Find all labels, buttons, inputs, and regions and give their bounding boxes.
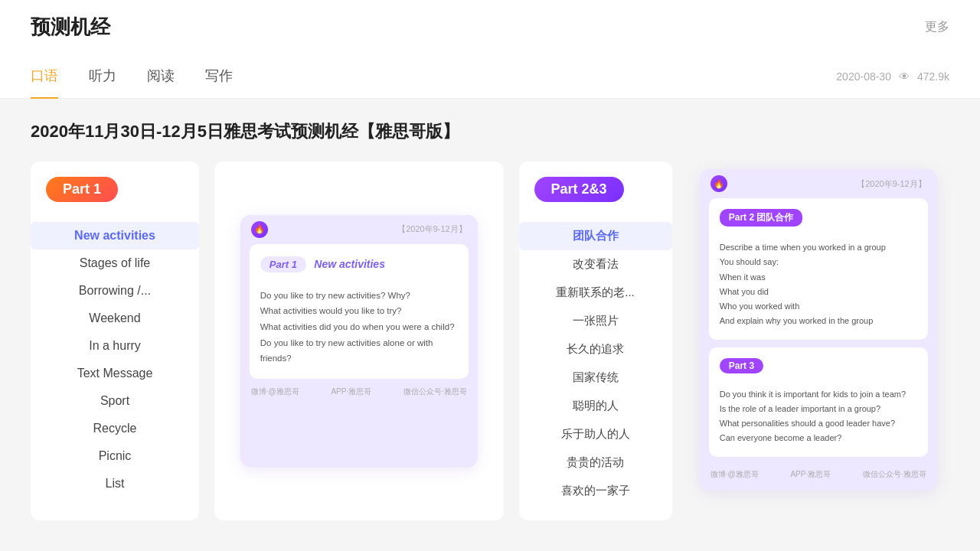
page-title: 2020年11月30日-12月5日雅思考试预测机经【雅思哥版】	[31, 120, 949, 143]
flashcard-q3: Do you like to try new activities alone …	[260, 335, 458, 367]
flashcard-q0: Do you like to try new activities? Why?	[260, 288, 458, 304]
tab-bar: 口语 听力 阅读 写作 2020-08-30 👁 472.9k	[0, 54, 980, 99]
part23-menu-item-3[interactable]: 一张照片	[519, 307, 672, 335]
flashcard-date: 【2020年9-12月】	[397, 223, 467, 235]
part1-flashcard: 🔥 【2020年9-12月】 Part 1 New activities Do …	[240, 215, 478, 468]
part1-menu-item-5[interactable]: Text Message	[31, 360, 199, 387]
flashcard-part-label: Part 1	[260, 256, 306, 272]
part1-badge: Part 1	[46, 177, 118, 202]
part3-inner-badge: Part 3	[720, 358, 763, 373]
part23-section: Part 2&3 团队合作 改变看法 重新联系的老... 一张照片 长久的追求 …	[519, 161, 950, 520]
app-header: 预测机经 更多	[0, 0, 980, 54]
part1-menu-item-3[interactable]: Weekend	[31, 305, 199, 332]
part2-q0: Describe a time when you worked in a gro…	[720, 240, 917, 255]
tab-speaking[interactable]: 口语	[31, 54, 58, 99]
part23-menu-item-0[interactable]: 团队合作	[519, 222, 672, 250]
part3-q2: What personalities should a good leader …	[720, 416, 917, 431]
part23-menu: 团队合作 改变看法 重新联系的老... 一张照片 长久的追求 国家传统 聪明的人…	[519, 222, 672, 505]
part3-questions: Do you think it is important for kids to…	[720, 387, 917, 446]
part1-card-header: Part 1	[31, 161, 199, 222]
part2-inner-badge: Part 2 团队合作	[720, 209, 803, 227]
flashcard-q1: What activities would you like to try?	[260, 303, 458, 319]
footer-app: APP·雅思哥	[331, 386, 371, 397]
part2-questions: Describe a time when you worked in a gro…	[720, 240, 917, 329]
part1-menu-item-8[interactable]: Picnic	[31, 442, 199, 470]
part23-menu-item-1[interactable]: 改变看法	[519, 250, 672, 279]
flashcard-q2: What activities did you do when you were…	[260, 319, 458, 335]
part1-menu-item-2[interactable]: Borrowing /...	[31, 277, 199, 305]
part23-flashcard-footer: 微博·@雅思哥 APP·雅思哥 微信公众号·雅思哥	[700, 465, 937, 487]
part23-menu-item-7[interactable]: 乐于助人的人	[519, 420, 672, 448]
part23-card-header: Part 2&3	[519, 161, 672, 222]
part23-menu-item-5[interactable]: 国家传统	[519, 364, 672, 392]
part23-footer-wechat: 微信公众号·雅思哥	[863, 469, 926, 480]
flashcard-questions: Do you like to try new activities? Why? …	[260, 288, 458, 367]
flashcard-topic: New activities	[314, 258, 385, 270]
app-title: 预测机经	[31, 14, 110, 41]
more-button[interactable]: 更多	[925, 19, 949, 35]
tab-bar-left: 口语 听力 阅读 写作	[31, 54, 233, 98]
part1-menu-item-4[interactable]: In a hurry	[31, 332, 199, 360]
part23-flashcard: 🔥 【2020年9-12月】 Part 2 团队合作 Describe a ti…	[700, 169, 937, 491]
flashcard-footer: 微博·@雅思哥 APP·雅思哥 微信公众号·雅思哥	[240, 379, 478, 403]
part1-menu-card: Part 1 New activities Stages of life Bor…	[31, 161, 199, 520]
cards-row: Part 1 New activities Stages of life Bor…	[31, 161, 949, 520]
part1-menu-item-1[interactable]: Stages of life	[31, 249, 199, 277]
part3-q0: Do you think it is important for kids to…	[720, 387, 917, 402]
part3-q1: Is the role of a leader important in a g…	[720, 402, 917, 416]
part1-menu-item-6[interactable]: Sport	[31, 387, 199, 415]
part23-menu-item-9[interactable]: 喜欢的一家子	[519, 477, 672, 505]
part1-menu-item-0[interactable]: New activities	[31, 222, 199, 249]
part23-footer-app: APP·雅思哥	[790, 469, 831, 480]
part23-menu-item-6[interactable]: 聪明的人	[519, 392, 672, 420]
part23-menu-card: Part 2&3 团队合作 改变看法 重新联系的老... 一张照片 长久的追求 …	[519, 161, 672, 520]
part23-footer-weibo: 微博·@雅思哥	[710, 469, 759, 480]
part23-part3-inner: Part 3 Do you think it is important for …	[709, 347, 928, 457]
part23-menu-item-8[interactable]: 贵贵的活动	[519, 448, 672, 477]
part23-flashcard-date: 【2020年9-12月】	[857, 178, 926, 190]
part2-q3: What you did	[720, 285, 917, 299]
part23-badge: Part 2&3	[534, 177, 624, 202]
part2-q1: You should say:	[720, 255, 917, 269]
tab-date: 2020-08-30	[836, 70, 891, 83]
part23-menu-item-2[interactable]: 重新联系的老...	[519, 279, 672, 307]
part2-q5: And explain why you worked in the group	[720, 314, 917, 328]
footer-weibo: 微博·@雅思哥	[251, 386, 299, 397]
page-content: 2020年11月30日-12月5日雅思考试预测机经【雅思哥版】 Part 1 N…	[0, 99, 980, 542]
tab-views: 472.9k	[917, 70, 949, 83]
flashcard-top-bar: 🔥 【2020年9-12月】	[240, 215, 478, 244]
part1-menu: New activities Stages of life Borrowing …	[31, 222, 199, 497]
part23-menu-item-4[interactable]: 长久的追求	[519, 335, 672, 364]
part2-q2: When it was	[720, 270, 917, 285]
part1-menu-item-9[interactable]: List	[31, 470, 199, 497]
part1-card-preview: 🔥 【2020年9-12月】 Part 1 New activities Do …	[214, 161, 504, 520]
part3-q3: Can everyone become a leader?	[720, 431, 917, 445]
part23-part2-inner: Part 2 团队合作 Describe a time when you wor…	[709, 198, 928, 340]
flame-icon: 🔥	[251, 221, 268, 238]
part2-q4: Who you worked with	[720, 299, 917, 314]
eye-icon: 👁	[899, 70, 910, 83]
part23-flashcard-topbar: 🔥 【2020年9-12月】	[700, 169, 937, 198]
tab-reading[interactable]: 阅读	[147, 54, 175, 99]
tab-listening[interactable]: 听力	[89, 54, 116, 99]
part23-preview: 🔥 【2020年9-12月】 Part 2 团队合作 Describe a ti…	[688, 161, 950, 520]
tab-bar-right: 2020-08-30 👁 472.9k	[836, 70, 949, 83]
part1-menu-item-7[interactable]: Recycle	[31, 415, 199, 442]
flashcard-inner: Part 1 New activities Do you like to try…	[250, 244, 469, 379]
part23-flame-icon: 🔥	[710, 175, 727, 192]
tab-writing[interactable]: 写作	[205, 54, 233, 99]
footer-wechat: 微信公众号·雅思哥	[403, 386, 467, 397]
